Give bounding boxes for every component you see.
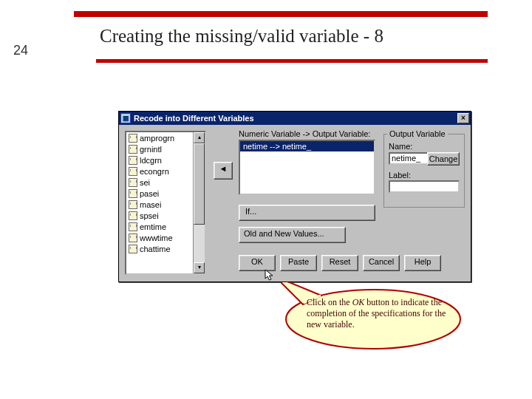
recode-dialog: ▦ Recode into Different Variables × ampr…	[118, 111, 471, 282]
variable-label: sei	[140, 178, 150, 187]
system-menu-icon[interactable]: ▦	[120, 113, 131, 123]
variable-icon	[129, 167, 137, 176]
variable-icon	[129, 134, 137, 143]
callout-pre: Click on the	[307, 297, 352, 307]
dialog-titlebar[interactable]: ▦ Recode into Different Variables ×	[119, 112, 471, 125]
dialog-button-row: OK Paste Reset Cancel Help	[239, 255, 441, 271]
output-variable-group: Output Variable Name: netime_ Change Lab…	[383, 134, 465, 208]
variable-icon	[129, 178, 137, 187]
if-button[interactable]: If...	[239, 205, 375, 221]
callout-em: OK	[352, 297, 365, 307]
mapping-listbox[interactable]: netime --> netime_	[239, 140, 375, 195]
close-button[interactable]: ×	[457, 113, 469, 123]
top-accent-bar	[74, 11, 488, 17]
dialog-title: Recode into Different Variables	[134, 114, 254, 123]
slide-title: Creating the missing/valid variable - 8	[100, 26, 383, 47]
scroll-up-button[interactable]: ▴	[194, 132, 205, 143]
variable-icon	[129, 189, 137, 198]
variable-label: grnintl	[140, 145, 162, 154]
variable-label: pasei	[140, 189, 159, 198]
output-label-label: Label:	[389, 171, 460, 180]
variable-icon	[129, 211, 137, 220]
paste-button[interactable]: Paste	[280, 255, 317, 271]
variable-label: wwwtime	[140, 233, 173, 242]
callout: Click on the OK button to indicate the c…	[281, 282, 466, 352]
output-label-input[interactable]	[389, 180, 460, 193]
output-name-label: Name:	[389, 142, 460, 151]
variable-label: econgrn	[140, 167, 169, 176]
variable-icon	[129, 233, 137, 242]
old-new-values-button[interactable]: Old and New Values...	[239, 227, 346, 243]
variable-label: amprogrn	[140, 134, 174, 143]
variable-label: spsei	[140, 211, 159, 220]
variable-label: ldcgrn	[140, 156, 162, 165]
output-variable-legend: Output Variable	[387, 129, 448, 138]
move-variable-button[interactable]: ◄	[214, 162, 233, 180]
page-number: 24	[13, 43, 28, 58]
variable-label: chattime	[140, 245, 171, 253]
dialog-body: amprogrngrnintlldcgrnecongrnseipaseimase…	[119, 125, 471, 282]
variable-icon	[129, 222, 137, 231]
ok-button[interactable]: OK	[239, 255, 276, 271]
scroll-thumb[interactable]	[194, 143, 205, 225]
mid-accent-bar	[96, 59, 488, 63]
variable-icon	[129, 200, 137, 209]
variable-icon	[129, 245, 137, 253]
cancel-button[interactable]: Cancel	[363, 255, 400, 271]
variable-listbox[interactable]: amprogrngrnintlldcgrnecongrnseipaseimase…	[125, 131, 206, 275]
change-button[interactable]: Change	[427, 152, 460, 166]
listbox-scrollbar[interactable]: ▴ ▾	[193, 132, 205, 273]
mapping-label: Numeric Variable -> Output Variable:	[239, 129, 370, 138]
variable-icon	[129, 156, 137, 165]
variable-icon	[129, 145, 137, 154]
reset-button[interactable]: Reset	[321, 255, 358, 271]
variable-label: masei	[140, 200, 161, 209]
help-button[interactable]: Help	[404, 255, 441, 271]
mapping-row-selected[interactable]: netime --> netime_	[240, 141, 374, 151]
callout-text: Click on the OK button to indicate the c…	[307, 297, 447, 330]
variable-label: emtime	[140, 222, 166, 231]
scroll-down-button[interactable]: ▾	[194, 262, 205, 273]
